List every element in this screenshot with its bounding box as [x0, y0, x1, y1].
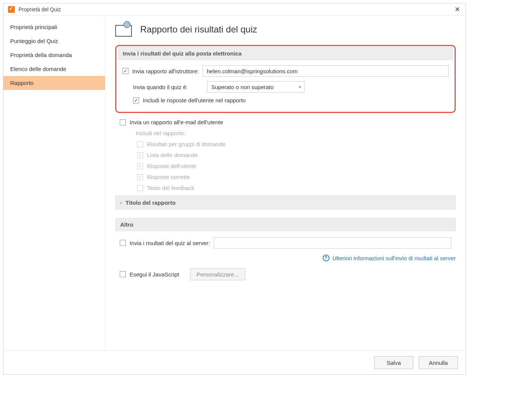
sub-label-3: Risposte corrette — [147, 174, 190, 180]
sidebar-item-question-list[interactable]: Elenco delle domande — [3, 62, 105, 76]
send-server-label: Invia i risultati del quiz al server: — [130, 240, 210, 246]
exec-js-label: Esegui il JavaScript — [130, 271, 186, 278]
chevron-down-icon: ▾ — [299, 85, 301, 90]
sidebar-item-main-props[interactable]: Proprietà principali — [3, 20, 105, 34]
sub-label-2: Risposte dell'utente — [147, 163, 196, 169]
server-url-input[interactable] — [214, 237, 451, 249]
exec-js-checkbox[interactable] — [120, 271, 126, 277]
close-button[interactable]: ✕ — [452, 5, 462, 14]
send-instructor-checkbox[interactable] — [122, 68, 128, 74]
sidebar-item-quiz-score[interactable]: Punteggio del Quiz — [3, 34, 105, 48]
highlighted-section: Invia i risultati del quiz alla posta el… — [115, 45, 456, 113]
send-when-label: Invia quando il quiz è: — [133, 84, 203, 90]
send-user-label: Invia un rapporto all'e-mail dell'utente — [130, 119, 223, 125]
window-title: Proprietà del Quiz — [19, 6, 452, 12]
sub-label-1: Lista delle domande — [147, 152, 198, 158]
report-title-label: Titolo del rapporto — [125, 199, 175, 206]
include-answers-checkbox[interactable] — [133, 97, 139, 103]
main-area: Proprietà principali Punteggio del Quiz … — [3, 15, 466, 351]
mail-icon: @ — [115, 22, 133, 37]
email-section-header: Invia i risultati del quiz alla posta el… — [118, 47, 453, 60]
report-title-collapse[interactable]: › Titolo del rapporto — [115, 196, 456, 210]
close-icon: ✕ — [455, 5, 460, 14]
send-when-value: Superato o non superato — [211, 84, 274, 90]
instructor-email-input[interactable] — [203, 65, 449, 77]
sidebar-item-question-props[interactable]: Proprietà della domanda — [3, 48, 105, 62]
page-header: @ Rapporto dei risultati del quiz — [115, 22, 456, 37]
more-info-link[interactable]: Ulteriori informazioni sull'invio di ris… — [333, 255, 456, 261]
app-icon — [8, 6, 15, 13]
sub-label-4: Testo del feedback — [147, 185, 194, 191]
footer: Salva Annulla — [3, 351, 466, 374]
other-section-header: Altro — [115, 218, 456, 231]
send-server-checkbox[interactable] — [120, 240, 126, 246]
customize-button: Personalizzare... — [190, 268, 245, 280]
sidebar-item-report[interactable]: Rapporto — [3, 76, 105, 90]
help-icon: ? — [323, 255, 329, 261]
sub-check-2 — [137, 163, 143, 169]
include-in-report-label: Includi nel rapporto: — [136, 130, 186, 136]
include-answers-label: Includi le risposte dell'utente nel rapp… — [143, 97, 246, 103]
sub-check-4 — [137, 185, 143, 191]
chevron-right-icon: › — [120, 200, 122, 205]
send-when-select[interactable]: Superato o non superato ▾ — [207, 81, 305, 93]
cancel-button[interactable]: Annulla — [419, 356, 458, 369]
content-area: @ Rapporto dei risultati del quiz Invia … — [105, 15, 466, 351]
sidebar: Proprietà principali Punteggio del Quiz … — [3, 15, 105, 351]
more-info-row: ? Ulteriori informazioni sull'invio di r… — [115, 255, 456, 261]
sub-check-3 — [137, 174, 143, 180]
sub-label-0: Risultati per gruppi di domande — [147, 141, 226, 147]
send-instructor-label: Invia rapporto all'istruttore: — [132, 68, 199, 74]
titlebar: Proprietà del Quiz ✕ — [3, 3, 466, 15]
sub-check-1 — [137, 152, 143, 158]
save-button[interactable]: Salva — [374, 356, 413, 369]
send-user-checkbox[interactable] — [120, 119, 126, 125]
sub-check-0 — [137, 141, 143, 147]
page-title: Rapporto dei risultati del quiz — [140, 24, 257, 35]
